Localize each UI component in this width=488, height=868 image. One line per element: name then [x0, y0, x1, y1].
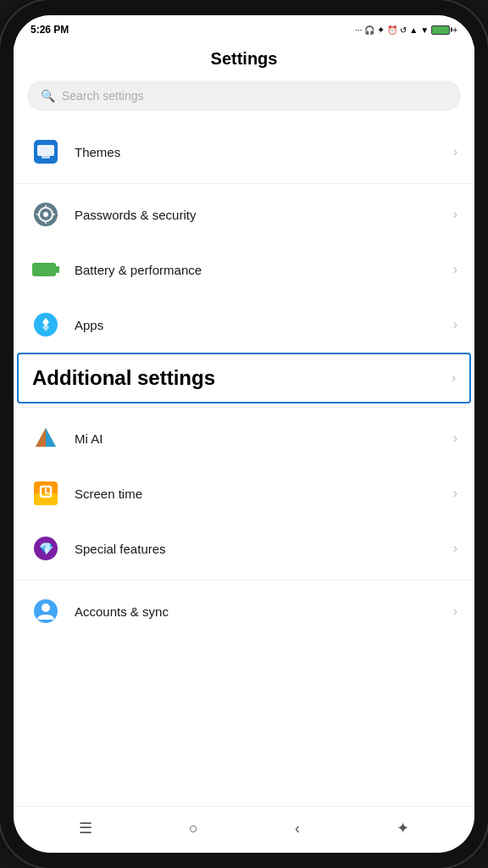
themes-icon — [30, 136, 61, 167]
svg-rect-2 — [42, 156, 50, 159]
settings-item-apps[interactable]: Apps › — [14, 298, 474, 353]
apps-label: Apps — [75, 318, 453, 332]
search-placeholder: Search settings — [62, 89, 144, 103]
battery-label: Battery & performance — [75, 263, 453, 277]
accounts-chevron: › — [453, 604, 458, 619]
settings-item-battery[interactable]: Battery & performance › — [14, 242, 474, 298]
settings-content: Settings 🔍 Search settings Themes › — [14, 41, 474, 806]
screentime-icon — [30, 478, 61, 509]
search-icon: 🔍 — [41, 89, 55, 103]
bluetooth-icon: ✦ — [377, 25, 385, 36]
page-title: Settings — [14, 41, 474, 81]
battery-icon — [30, 254, 61, 285]
status-icons: ··· 🎧 ✦ ⏰ ↺ ▲ ▼ + — [355, 25, 458, 36]
passwords-label: Passwords & security — [75, 208, 453, 222]
screentime-label: Screen time — [75, 487, 453, 501]
phone-screen: 5:26 PM ··· 🎧 ✦ ⏰ ↺ ▲ ▼ + Settings 🔍 — [14, 15, 474, 853]
nav-back-button[interactable]: ‹ — [278, 815, 317, 843]
svg-text:💎: 💎 — [39, 542, 54, 556]
additional-chevron: › — [452, 370, 456, 386]
settings-item-passwords[interactable]: Passwords & security › — [14, 187, 474, 242]
accounts-icon — [30, 596, 61, 626]
screentime-chevron: › — [453, 486, 458, 501]
bottom-nav: ☰ ○ ‹ ✦ — [14, 806, 474, 853]
svg-marker-15 — [36, 428, 46, 447]
miai-icon — [30, 423, 61, 453]
settings-item-screentime[interactable]: Screen time › — [14, 466, 474, 521]
svg-rect-17 — [34, 493, 58, 505]
sync-icon: ↺ — [400, 25, 407, 35]
divider-1 — [14, 183, 474, 184]
alarm-icon: ⏰ — [387, 25, 397, 35]
additional-label: Additional settings — [32, 366, 452, 390]
settings-item-miai[interactable]: Mi AI › — [14, 411, 474, 466]
svg-rect-1 — [37, 145, 54, 156]
settings-item-themes[interactable]: Themes › — [14, 125, 474, 180]
divider-2 — [14, 407, 474, 408]
passwords-chevron: › — [453, 207, 458, 222]
svg-point-5 — [43, 212, 48, 217]
battery-chevron: › — [453, 262, 458, 277]
battery-status-icon — [431, 25, 450, 35]
settings-item-additional[interactable]: Additional settings › — [17, 353, 471, 403]
svg-marker-14 — [46, 428, 56, 447]
search-bar[interactable]: 🔍 Search settings — [27, 81, 461, 111]
themes-chevron: › — [453, 144, 458, 159]
divider-3 — [14, 580, 474, 581]
headphone-icon: 🎧 — [364, 25, 374, 35]
signal-bar-icon: ▲ — [409, 25, 418, 35]
status-time: 5:26 PM — [30, 24, 69, 36]
signal-dots-icon: ··· — [355, 25, 362, 35]
charging-icon: + — [452, 25, 458, 35]
wifi-icon: ▼ — [420, 25, 429, 35]
special-icon: 💎 — [30, 533, 61, 564]
themes-label: Themes — [75, 145, 453, 159]
phone-shell: 5:26 PM ··· 🎧 ✦ ⏰ ↺ ▲ ▼ + Settings 🔍 — [0, 0, 488, 868]
settings-item-accounts[interactable]: Accounts & sync › — [14, 584, 474, 639]
special-label: Special features — [75, 542, 453, 556]
svg-point-24 — [42, 604, 50, 612]
nav-extra-button[interactable]: ✦ — [380, 814, 426, 843]
settings-item-special[interactable]: 💎 Special features › — [14, 521, 474, 576]
miai-label: Mi AI — [75, 431, 453, 446]
apps-icon — [30, 309, 61, 340]
security-icon — [30, 199, 61, 230]
accounts-label: Accounts & sync — [75, 604, 453, 619]
status-bar: 5:26 PM ··· 🎧 ✦ ⏰ ↺ ▲ ▼ + — [14, 15, 474, 41]
nav-home-button[interactable]: ○ — [172, 815, 215, 843]
miai-chevron: › — [453, 431, 458, 446]
nav-menu-button[interactable]: ☰ — [62, 814, 109, 843]
apps-chevron: › — [453, 317, 458, 332]
svg-rect-11 — [56, 266, 59, 273]
special-chevron: › — [453, 541, 458, 556]
svg-rect-10 — [32, 263, 56, 276]
